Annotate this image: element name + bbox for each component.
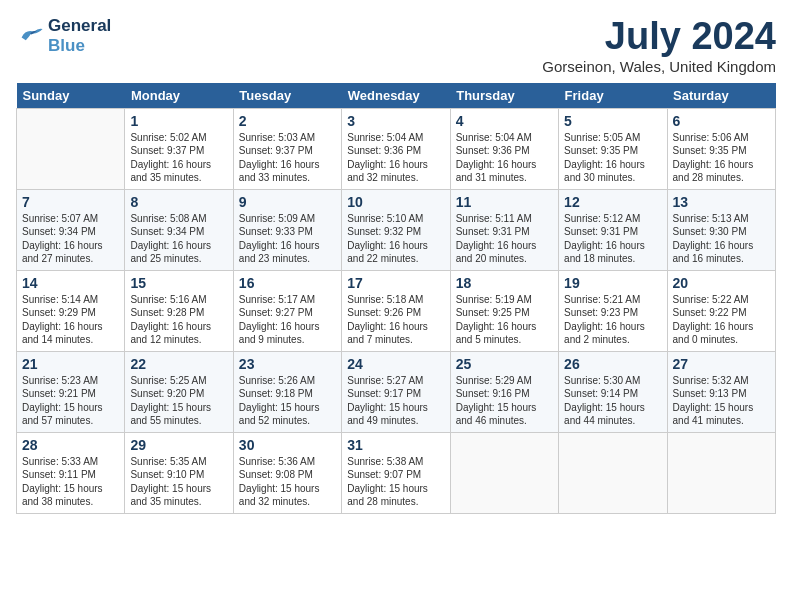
calendar-cell: 7Sunrise: 5:07 AM Sunset: 9:34 PM Daylig… xyxy=(17,189,125,270)
day-info: Sunrise: 5:17 AM Sunset: 9:27 PM Dayligh… xyxy=(239,293,336,347)
calendar-week-5: 28Sunrise: 5:33 AM Sunset: 9:11 PM Dayli… xyxy=(17,432,776,513)
day-number: 24 xyxy=(347,356,444,372)
calendar-cell: 9Sunrise: 5:09 AM Sunset: 9:33 PM Daylig… xyxy=(233,189,341,270)
day-number: 29 xyxy=(130,437,227,453)
calendar-cell: 3Sunrise: 5:04 AM Sunset: 9:36 PM Daylig… xyxy=(342,108,450,189)
day-number: 17 xyxy=(347,275,444,291)
location: Gorseinon, Wales, United Kingdom xyxy=(542,58,776,75)
day-number: 6 xyxy=(673,113,770,129)
calendar-cell: 18Sunrise: 5:19 AM Sunset: 9:25 PM Dayli… xyxy=(450,270,558,351)
day-info: Sunrise: 5:14 AM Sunset: 9:29 PM Dayligh… xyxy=(22,293,119,347)
day-number: 2 xyxy=(239,113,336,129)
day-info: Sunrise: 5:33 AM Sunset: 9:11 PM Dayligh… xyxy=(22,455,119,509)
column-header-sunday: Sunday xyxy=(17,83,125,109)
calendar-cell: 19Sunrise: 5:21 AM Sunset: 9:23 PM Dayli… xyxy=(559,270,667,351)
day-info: Sunrise: 5:05 AM Sunset: 9:35 PM Dayligh… xyxy=(564,131,661,185)
day-info: Sunrise: 5:36 AM Sunset: 9:08 PM Dayligh… xyxy=(239,455,336,509)
column-header-wednesday: Wednesday xyxy=(342,83,450,109)
day-number: 23 xyxy=(239,356,336,372)
day-number: 16 xyxy=(239,275,336,291)
day-number: 14 xyxy=(22,275,119,291)
header-row: SundayMondayTuesdayWednesdayThursdayFrid… xyxy=(17,83,776,109)
day-info: Sunrise: 5:10 AM Sunset: 9:32 PM Dayligh… xyxy=(347,212,444,266)
calendar-cell: 17Sunrise: 5:18 AM Sunset: 9:26 PM Dayli… xyxy=(342,270,450,351)
column-header-saturday: Saturday xyxy=(667,83,775,109)
day-info: Sunrise: 5:25 AM Sunset: 9:20 PM Dayligh… xyxy=(130,374,227,428)
day-number: 19 xyxy=(564,275,661,291)
month-title: July 2024 xyxy=(542,16,776,58)
calendar-cell: 26Sunrise: 5:30 AM Sunset: 9:14 PM Dayli… xyxy=(559,351,667,432)
day-number: 9 xyxy=(239,194,336,210)
calendar-cell: 20Sunrise: 5:22 AM Sunset: 9:22 PM Dayli… xyxy=(667,270,775,351)
day-info: Sunrise: 5:26 AM Sunset: 9:18 PM Dayligh… xyxy=(239,374,336,428)
day-info: Sunrise: 5:16 AM Sunset: 9:28 PM Dayligh… xyxy=(130,293,227,347)
day-number: 7 xyxy=(22,194,119,210)
day-info: Sunrise: 5:09 AM Sunset: 9:33 PM Dayligh… xyxy=(239,212,336,266)
day-number: 12 xyxy=(564,194,661,210)
calendar-cell: 1Sunrise: 5:02 AM Sunset: 9:37 PM Daylig… xyxy=(125,108,233,189)
day-info: Sunrise: 5:13 AM Sunset: 9:30 PM Dayligh… xyxy=(673,212,770,266)
calendar-week-2: 7Sunrise: 5:07 AM Sunset: 9:34 PM Daylig… xyxy=(17,189,776,270)
calendar-cell xyxy=(667,432,775,513)
day-number: 25 xyxy=(456,356,553,372)
calendar-cell: 29Sunrise: 5:35 AM Sunset: 9:10 PM Dayli… xyxy=(125,432,233,513)
calendar-cell: 6Sunrise: 5:06 AM Sunset: 9:35 PM Daylig… xyxy=(667,108,775,189)
day-info: Sunrise: 5:35 AM Sunset: 9:10 PM Dayligh… xyxy=(130,455,227,509)
day-info: Sunrise: 5:29 AM Sunset: 9:16 PM Dayligh… xyxy=(456,374,553,428)
day-info: Sunrise: 5:23 AM Sunset: 9:21 PM Dayligh… xyxy=(22,374,119,428)
calendar-cell: 24Sunrise: 5:27 AM Sunset: 9:17 PM Dayli… xyxy=(342,351,450,432)
calendar-cell: 10Sunrise: 5:10 AM Sunset: 9:32 PM Dayli… xyxy=(342,189,450,270)
calendar-cell: 25Sunrise: 5:29 AM Sunset: 9:16 PM Dayli… xyxy=(450,351,558,432)
title-block: July 2024 Gorseinon, Wales, United Kingd… xyxy=(542,16,776,75)
calendar-week-4: 21Sunrise: 5:23 AM Sunset: 9:21 PM Dayli… xyxy=(17,351,776,432)
day-info: Sunrise: 5:27 AM Sunset: 9:17 PM Dayligh… xyxy=(347,374,444,428)
day-number: 4 xyxy=(456,113,553,129)
logo: General Blue xyxy=(16,16,111,56)
day-number: 27 xyxy=(673,356,770,372)
calendar-cell xyxy=(17,108,125,189)
column-header-thursday: Thursday xyxy=(450,83,558,109)
day-number: 8 xyxy=(130,194,227,210)
logo-icon xyxy=(16,22,44,50)
page-header: General Blue July 2024 Gorseinon, Wales,… xyxy=(16,16,776,75)
day-info: Sunrise: 5:02 AM Sunset: 9:37 PM Dayligh… xyxy=(130,131,227,185)
calendar-cell: 4Sunrise: 5:04 AM Sunset: 9:36 PM Daylig… xyxy=(450,108,558,189)
day-number: 18 xyxy=(456,275,553,291)
calendar-cell: 22Sunrise: 5:25 AM Sunset: 9:20 PM Dayli… xyxy=(125,351,233,432)
calendar-cell: 27Sunrise: 5:32 AM Sunset: 9:13 PM Dayli… xyxy=(667,351,775,432)
calendar-cell: 31Sunrise: 5:38 AM Sunset: 9:07 PM Dayli… xyxy=(342,432,450,513)
day-number: 26 xyxy=(564,356,661,372)
day-number: 22 xyxy=(130,356,227,372)
day-info: Sunrise: 5:38 AM Sunset: 9:07 PM Dayligh… xyxy=(347,455,444,509)
calendar-cell: 2Sunrise: 5:03 AM Sunset: 9:37 PM Daylig… xyxy=(233,108,341,189)
day-info: Sunrise: 5:07 AM Sunset: 9:34 PM Dayligh… xyxy=(22,212,119,266)
day-info: Sunrise: 5:06 AM Sunset: 9:35 PM Dayligh… xyxy=(673,131,770,185)
day-number: 1 xyxy=(130,113,227,129)
logo-text: General Blue xyxy=(48,16,111,56)
calendar-cell: 13Sunrise: 5:13 AM Sunset: 9:30 PM Dayli… xyxy=(667,189,775,270)
calendar-week-3: 14Sunrise: 5:14 AM Sunset: 9:29 PM Dayli… xyxy=(17,270,776,351)
day-number: 20 xyxy=(673,275,770,291)
day-number: 3 xyxy=(347,113,444,129)
day-info: Sunrise: 5:32 AM Sunset: 9:13 PM Dayligh… xyxy=(673,374,770,428)
day-info: Sunrise: 5:08 AM Sunset: 9:34 PM Dayligh… xyxy=(130,212,227,266)
column-header-tuesday: Tuesday xyxy=(233,83,341,109)
calendar-cell: 30Sunrise: 5:36 AM Sunset: 9:08 PM Dayli… xyxy=(233,432,341,513)
column-header-friday: Friday xyxy=(559,83,667,109)
day-number: 30 xyxy=(239,437,336,453)
calendar-cell: 28Sunrise: 5:33 AM Sunset: 9:11 PM Dayli… xyxy=(17,432,125,513)
column-header-monday: Monday xyxy=(125,83,233,109)
calendar-cell: 15Sunrise: 5:16 AM Sunset: 9:28 PM Dayli… xyxy=(125,270,233,351)
calendar-cell: 8Sunrise: 5:08 AM Sunset: 9:34 PM Daylig… xyxy=(125,189,233,270)
day-number: 15 xyxy=(130,275,227,291)
day-info: Sunrise: 5:03 AM Sunset: 9:37 PM Dayligh… xyxy=(239,131,336,185)
calendar-cell: 14Sunrise: 5:14 AM Sunset: 9:29 PM Dayli… xyxy=(17,270,125,351)
day-info: Sunrise: 5:30 AM Sunset: 9:14 PM Dayligh… xyxy=(564,374,661,428)
day-info: Sunrise: 5:04 AM Sunset: 9:36 PM Dayligh… xyxy=(456,131,553,185)
calendar-cell xyxy=(559,432,667,513)
day-info: Sunrise: 5:04 AM Sunset: 9:36 PM Dayligh… xyxy=(347,131,444,185)
day-number: 11 xyxy=(456,194,553,210)
calendar-cell: 21Sunrise: 5:23 AM Sunset: 9:21 PM Dayli… xyxy=(17,351,125,432)
calendar-cell: 11Sunrise: 5:11 AM Sunset: 9:31 PM Dayli… xyxy=(450,189,558,270)
day-info: Sunrise: 5:11 AM Sunset: 9:31 PM Dayligh… xyxy=(456,212,553,266)
